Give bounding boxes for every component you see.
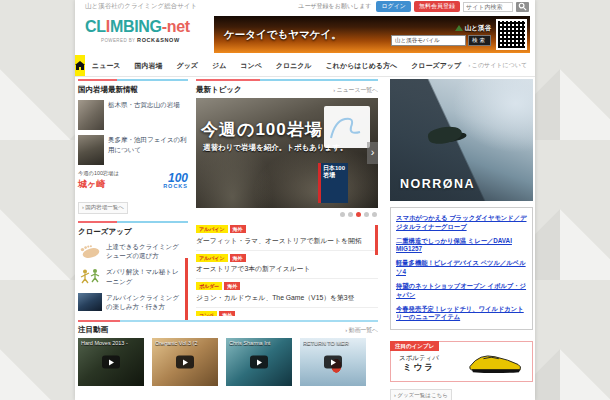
- rocks-section-title: 国内岩場最新情報: [78, 85, 188, 95]
- hero-carousel[interactable]: 今週の100岩場 週替わりで岩場を紹介。トポもあります。 日本100岩場 ›: [196, 98, 378, 208]
- video-title: Hard Moves 2013 -: [81, 340, 142, 346]
- carousel-dot-active[interactable]: [356, 212, 361, 217]
- powered-by: POWERED BY ROCK&SNOW: [101, 37, 190, 43]
- alpine-photo-thumbnail: [78, 293, 102, 311]
- carousel-dot[interactable]: [340, 212, 345, 217]
- closeup-scrollbar[interactable]: [185, 258, 188, 330]
- section-divider: [78, 221, 188, 223]
- news-title: オーストリアで3本の新アイスルート: [196, 264, 378, 274]
- main-nav: ニュース 国内岩場 グッズ ジム コンペ クロニクル これからはじめる方へ クロ…: [75, 55, 535, 77]
- impression-product-name: スポルティバ ミウラ: [399, 353, 439, 374]
- gear-link[interactable]: 待望のネットショップオープン イボルブ・ジャパン: [396, 282, 527, 300]
- video-thumbnail[interactable]: Chris Sharma Int: [226, 338, 292, 386]
- overseas-tag: 海外: [224, 282, 240, 290]
- category-tag: アルパイン: [196, 225, 228, 233]
- site-search-button[interactable]: [516, 2, 529, 12]
- norrona-logo: NORRØNA: [400, 177, 475, 191]
- section-divider: [78, 320, 378, 322]
- site-search-input[interactable]: [463, 2, 513, 12]
- impression-label: 注目のインプレ: [390, 341, 439, 351]
- nav-item-rocks[interactable]: 国内岩場: [128, 55, 170, 76]
- section-divider: [78, 79, 188, 81]
- site-tagline: 山と溪谷社のクライミング総合サイト: [85, 2, 197, 11]
- climbing-shoe-image: [466, 351, 524, 376]
- carousel-next-arrow[interactable]: ›: [367, 142, 378, 164]
- climbing-net-homepage: 山と溪谷社のクライミング総合サイト ユーザ登録をお願いします ログイン 無料会員…: [0, 0, 610, 400]
- nav-home[interactable]: [75, 55, 85, 76]
- closeup-list: 上達できるクライミングシューズの選び方 ズバリ解決！マル秘トレーニング アルパイ…: [78, 242, 188, 313]
- rock-news-item[interactable]: 奥多摩・池田フェイスの利用について: [78, 135, 188, 165]
- news-title: ダーフィット・ラマ、オーストリアで新ルートを開拓: [196, 236, 378, 246]
- gear-link[interactable]: 今春発売予定！レッドチリ、ワイルドカントリーのニューアイテム: [396, 305, 527, 323]
- banner-search-field: 山と溪谷モバイル: [391, 35, 466, 46]
- section-divider: [196, 79, 378, 81]
- topics-title: 最新トピック: [196, 85, 242, 95]
- nav-item-news[interactable]: ニュース: [85, 55, 128, 76]
- nav-item-closeup[interactable]: クローズアップ: [404, 55, 468, 76]
- news-item[interactable]: ボルダー 海外 ジョン・カルドウェル、The Game（V15）を第3登: [196, 279, 378, 308]
- signup-button[interactable]: 無料会員登録: [414, 1, 460, 12]
- news-item[interactable]: アルパイン 海外 オーストリアで3本の新アイスルート: [196, 251, 378, 280]
- news-list: アルパイン 海外 ダーフィット・ラマ、オーストリアで新ルートを開拓 アルパイン …: [196, 222, 378, 316]
- book-cover-nihon-100-iwaba: 日本100岩場: [318, 163, 348, 203]
- impression-body: スポルティバ ミウラ: [397, 351, 526, 376]
- yamakei-mobile-banner[interactable]: ケータイでもヤマケイ。 山と溪谷 山と溪谷モバイル 検索: [214, 16, 530, 53]
- carousel-dot[interactable]: [364, 212, 369, 217]
- video-thumbnail[interactable]: Oreganic Vol.3 (2: [152, 338, 218, 386]
- carousel-dot[interactable]: [348, 212, 353, 217]
- overseas-tag: 海外: [219, 311, 235, 317]
- featured-impression-box[interactable]: 注目のインプレ スポルティバ ミウラ: [390, 341, 533, 382]
- news-title: ジョン・カルドウェル、The Game（V15）を第3登: [196, 293, 378, 303]
- news-tags: ボルダー 海外: [196, 282, 378, 290]
- news-item[interactable]: コンペ 海外: [196, 308, 378, 317]
- page-container: 山と溪谷社のクライミング総合サイト ユーザ登録をお願いします ログイン 無料会員…: [75, 0, 535, 400]
- content-area: 国内岩場最新情報 栃木県・古賀志山の岩場 奥多摩・池田フェイスの利用について 今…: [75, 77, 535, 400]
- video-thumbnail[interactable]: RETURN TO MER: [300, 338, 366, 386]
- closeup-item[interactable]: ズバリ解決！マル秘トレーニング: [78, 267, 183, 287]
- mountain-icon: [455, 25, 463, 31]
- overseas-tag: 海外: [230, 225, 246, 233]
- nav-item-chronicle[interactable]: クロニクル: [269, 55, 319, 76]
- japan-map-graphic: [324, 106, 370, 148]
- nav-item-beginners[interactable]: これからはじめる方へ: [319, 55, 404, 76]
- rocks-list-link[interactable]: › 国内岩場一覧へ: [78, 202, 128, 214]
- nav-item-goods[interactable]: グッズ: [170, 55, 206, 76]
- nav-item-compe[interactable]: コンペ: [233, 55, 269, 76]
- news-tags: アルパイン 海外: [196, 254, 378, 262]
- register-note: ユーザ登録をお願いします: [298, 2, 371, 11]
- nav-item-gym[interactable]: ジム: [205, 55, 233, 76]
- news-tags: コンペ 海外: [196, 311, 378, 317]
- rock-news-item[interactable]: 栃木県・古賀志山の岩場: [78, 100, 188, 130]
- 100rocks-logo: 100 ROCKS: [163, 172, 188, 190]
- news-list-link[interactable]: › ニュース一覧へ: [333, 86, 378, 95]
- carousel-dot[interactable]: [372, 212, 377, 217]
- norrona-ad-banner[interactable]: NORRØNA: [390, 79, 533, 201]
- gear-link[interactable]: スマホがつかえる ブラックダイヤモンド／デジタルライナーグローブ: [396, 214, 527, 232]
- gear-link[interactable]: 軽量多機能！ビレイデバイス ペツル／ルベルソ4: [396, 259, 527, 277]
- videos-title: 注目動画: [78, 325, 108, 335]
- news-scrollbar[interactable]: [375, 225, 378, 255]
- rock-item-title: 奥多摩・池田フェイスの利用について: [108, 135, 188, 165]
- goods-list-link[interactable]: › グッズ一覧はこちら: [390, 389, 452, 400]
- right-sidebar: NORRØNA スマホがつかえる ブラックダイヤモンド／デジタルライナーグローブ…: [390, 79, 533, 400]
- rock-item-title: 栃木県・古賀志山の岩場: [108, 100, 180, 130]
- play-icon: [102, 356, 120, 369]
- videos-list-link[interactable]: › 動画一覧へ: [345, 326, 378, 335]
- topbar-actions: ユーザ登録をお願いします ログイン 無料会員登録: [298, 1, 529, 12]
- yamakei-brand: 山と溪谷: [391, 24, 491, 33]
- gear-link[interactable]: 二重構造でしっかり保温 ミレー／DAVAI MIG1257: [396, 237, 527, 255]
- banner-middle: 山と溪谷 山と溪谷モバイル 検索: [391, 24, 491, 46]
- login-button[interactable]: ログイン: [376, 1, 411, 12]
- video-thumbnail[interactable]: Hard Moves 2013 -: [78, 338, 144, 386]
- site-logo[interactable]: CLIMBING-net POWERED BY ROCK&SNOW: [85, 18, 190, 43]
- topbar: 山と溪谷社のクライミング総合サイト ユーザ登録をお願いします ログイン 無料会員…: [75, 0, 535, 13]
- closeup-item[interactable]: 上達できるクライミングシューズの選び方: [78, 242, 183, 262]
- weekly-100rocks-banner[interactable]: 今週の100岩場は 城ヶ崎 100 ROCKS: [78, 170, 188, 191]
- gear-news-box: スマホがつかえる ブラックダイヤモンド／デジタルライナーグローブ 二重構造でしっ…: [390, 207, 533, 330]
- rocksnow-brand: ROCK&SNOW: [137, 37, 180, 43]
- weekly-place: 城ヶ崎: [78, 178, 119, 191]
- about-site-link[interactable]: › このサイトについて: [468, 55, 535, 76]
- news-item[interactable]: アルパイン 海外 ダーフィット・ラマ、オーストリアで新ルートを開拓: [196, 222, 378, 251]
- closeup-item[interactable]: アルパインクライミングの楽しみ方・行き方: [78, 293, 183, 313]
- search-icon: [518, 2, 527, 11]
